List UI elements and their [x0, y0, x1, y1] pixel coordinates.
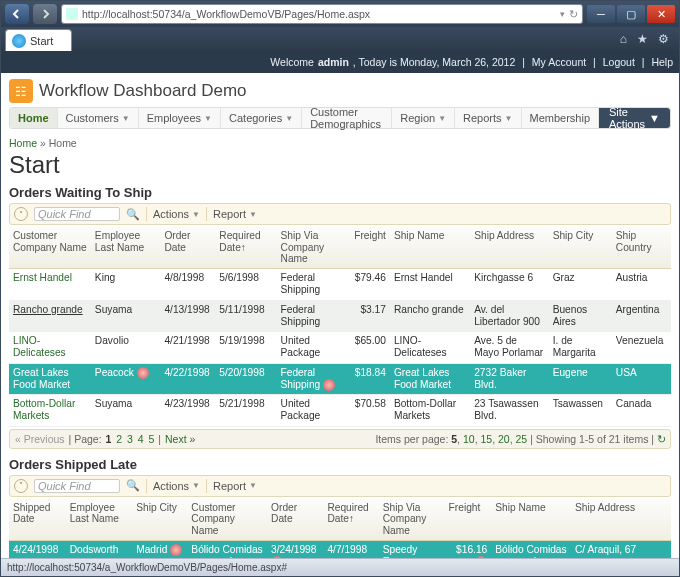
- table-row[interactable]: Rancho grandeSuyama4/13/19985/11/1998Fed…: [9, 300, 671, 331]
- column-header[interactable]: Order Date: [267, 499, 323, 541]
- menu-membership[interactable]: Membership: [522, 108, 600, 128]
- breadcrumb-root[interactable]: Home: [9, 137, 37, 149]
- page-number[interactable]: 5: [149, 433, 155, 445]
- items-per-page-option[interactable]: 20: [498, 433, 510, 445]
- row-link[interactable]: Great Lakes Food Market: [13, 367, 70, 390]
- table-row[interactable]: LINO-DelicatesesDavolio4/21/19985/19/199…: [9, 332, 671, 363]
- status-bar: http://localhost:50734/a_WorkflowDemoVB/…: [1, 558, 679, 576]
- status-dot-icon: [323, 379, 335, 391]
- column-header[interactable]: Ship Address: [571, 499, 671, 541]
- next-page[interactable]: Next »: [165, 433, 195, 445]
- window-minimize-button[interactable]: ─: [587, 5, 615, 23]
- refresh-grid-icon[interactable]: ↻: [657, 433, 666, 445]
- grid-orders-waiting: Customer Company NameEmployee Last NameO…: [9, 227, 671, 427]
- browser-tab[interactable]: Start: [5, 29, 72, 51]
- grid2-toolbar: ˅ Quick Find 🔍 Actions▼ Report▼: [9, 475, 671, 497]
- column-header[interactable]: Customer Company Name: [187, 499, 267, 541]
- actions-menu[interactable]: Actions▼: [153, 480, 200, 492]
- menu-customers[interactable]: Customers▼: [58, 108, 139, 128]
- menu-categories[interactable]: Categories▼: [221, 108, 302, 128]
- grid-orders-late: Shipped DateEmployee Last NameShip CityC…: [9, 499, 671, 558]
- page-icon: [66, 8, 78, 20]
- column-header[interactable]: Customer Company Name: [9, 227, 91, 269]
- column-header[interactable]: Employee Last Name: [91, 227, 161, 269]
- row-link[interactable]: LINO-Delicateses: [13, 335, 66, 358]
- favorites-icon[interactable]: ★: [637, 32, 648, 46]
- row-link[interactable]: 4/24/1998: [13, 544, 58, 555]
- menu-region[interactable]: Region▼: [392, 108, 455, 128]
- table-row[interactable]: 4/24/1998DodsworthMadrid Bólido Comidas …: [9, 540, 671, 558]
- column-header[interactable]: Required Date↑: [323, 499, 378, 541]
- grid1-toolbar: ˅ Quick Find 🔍 Actions▼ Report▼: [9, 203, 671, 225]
- column-header[interactable]: Ship Name: [390, 227, 470, 269]
- grid1-pager: « Previous | Page: 1 2 3 4 5 | Next »Ite…: [9, 429, 671, 449]
- table-row[interactable]: Bottom-Dollar MarketsSuyama4/23/19985/21…: [9, 395, 671, 426]
- logout-link[interactable]: Logout: [603, 56, 635, 68]
- table-row[interactable]: Ernst HandelKing4/8/19985/6/1998Federal …: [9, 269, 671, 300]
- row-link[interactable]: Bottom-Dollar Markets: [13, 398, 75, 421]
- window-close-button[interactable]: ✕: [647, 5, 675, 23]
- status-dot-icon: [170, 544, 182, 556]
- table-row[interactable]: Great Lakes Food MarketPeacock 4/22/1998…: [9, 363, 671, 395]
- page-number[interactable]: 3: [127, 433, 133, 445]
- menu-employees[interactable]: Employees▼: [139, 108, 221, 128]
- current-user: admin: [318, 56, 349, 68]
- column-header[interactable]: Ship City: [549, 227, 612, 269]
- column-header[interactable]: Ship Via Company Name: [277, 227, 351, 269]
- row-link[interactable]: Ernst Handel: [13, 272, 72, 283]
- report-menu[interactable]: Report▼: [213, 480, 257, 492]
- window-maximize-button[interactable]: ▢: [617, 5, 645, 23]
- account-bar: Welcome admin , Today is Monday, March 2…: [1, 51, 679, 73]
- menu-reports[interactable]: Reports▼: [455, 108, 521, 128]
- column-header[interactable]: Ship Country: [612, 227, 671, 269]
- column-header[interactable]: Order Date: [160, 227, 215, 269]
- column-header[interactable]: Ship Name: [491, 499, 571, 541]
- page-number[interactable]: 1: [106, 433, 112, 445]
- refresh-icon[interactable]: ↻: [569, 8, 578, 20]
- column-header[interactable]: Freight: [445, 499, 492, 541]
- items-per-page-option[interactable]: 5: [451, 433, 457, 445]
- page-number[interactable]: 4: [138, 433, 144, 445]
- address-bar[interactable]: http://localhost:50734/a_WorkflowDemoVB/…: [61, 4, 583, 24]
- column-header[interactable]: Ship City: [132, 499, 187, 541]
- column-header[interactable]: Required Date↑: [215, 227, 276, 269]
- row-link[interactable]: Rancho grande: [13, 304, 83, 315]
- home-icon[interactable]: ⌂: [620, 32, 627, 46]
- quick-find-input[interactable]: Quick Find: [34, 479, 120, 493]
- column-header[interactable]: Employee Last Name: [66, 499, 133, 541]
- app-logo-icon: ☷: [9, 79, 33, 103]
- nav-forward-button: [33, 4, 57, 24]
- url-dropdown-icon[interactable]: ▾: [560, 9, 565, 19]
- tab-favicon: [12, 34, 26, 48]
- tab-title: Start: [30, 35, 53, 47]
- my-account-link[interactable]: My Account: [532, 56, 586, 68]
- search-icon[interactable]: 🔍: [126, 479, 140, 492]
- actions-menu[interactable]: Actions▼: [153, 208, 200, 220]
- quick-find-input[interactable]: Quick Find: [34, 207, 120, 221]
- prev-page: « Previous: [15, 433, 65, 445]
- items-per-page-option[interactable]: 15: [480, 433, 492, 445]
- menu-home[interactable]: Home: [10, 108, 58, 128]
- status-dot-icon: [137, 367, 149, 379]
- page-title: Start: [9, 151, 671, 179]
- url-text: http://localhost:50734/a_WorkflowDemoVB/…: [82, 8, 370, 20]
- tools-icon[interactable]: ⚙: [658, 32, 669, 46]
- menu-customer-demographics[interactable]: Customer Demographics: [302, 108, 392, 128]
- items-per-page-option[interactable]: 10: [463, 433, 475, 445]
- page-number[interactable]: 2: [116, 433, 122, 445]
- site-actions-button[interactable]: Site Actions▼: [599, 108, 670, 128]
- collapse-icon[interactable]: ˅: [14, 207, 28, 221]
- column-header[interactable]: Ship Address: [470, 227, 548, 269]
- nav-back-button[interactable]: [5, 4, 29, 24]
- app-title: Workflow Dashboard Demo: [39, 81, 247, 101]
- column-header[interactable]: Shipped Date: [9, 499, 66, 541]
- collapse-icon[interactable]: ˅: [14, 479, 28, 493]
- section-title-waiting: Orders Waiting To Ship: [9, 185, 671, 200]
- items-per-page-option[interactable]: 25: [516, 433, 528, 445]
- column-header[interactable]: Freight: [350, 227, 390, 269]
- search-icon[interactable]: 🔍: [126, 208, 140, 221]
- column-header[interactable]: Ship Via Company Name: [379, 499, 445, 541]
- report-menu[interactable]: Report▼: [213, 208, 257, 220]
- section-title-late: Orders Shipped Late: [9, 457, 671, 472]
- help-link[interactable]: Help: [651, 56, 673, 68]
